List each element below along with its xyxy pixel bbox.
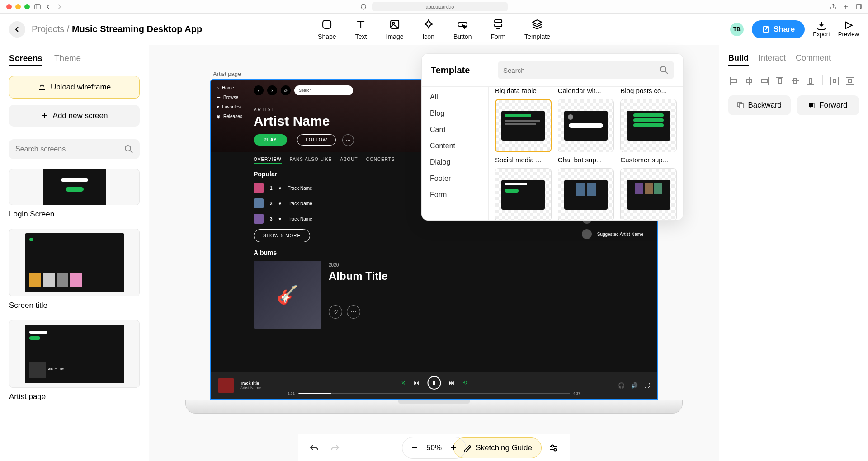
template-card[interactable]	[495, 168, 552, 220]
canvas-bottom-bar: − 50% + Sketching Guide	[298, 434, 570, 461]
breadcrumb-root: Projects	[32, 24, 64, 34]
shield-icon[interactable]	[360, 4, 367, 10]
template-dropdown-title: Template	[431, 65, 470, 75]
export-button[interactable]: Export	[813, 21, 830, 38]
maximize-window-icon[interactable]	[24, 4, 30, 9]
popular-heading: Popular	[254, 170, 277, 178]
upload-wireframe-button[interactable]: Upload wireframe	[9, 76, 140, 99]
breadcrumb-project: Music Streaming Desktop App	[72, 24, 202, 34]
tab-interact[interactable]: Interact	[759, 53, 786, 66]
svg-point-9	[392, 22, 394, 24]
backward-button[interactable]: Backward	[728, 95, 791, 115]
svg-rect-45	[809, 103, 813, 107]
screen-thumbnail-screen-title[interactable]: Screen title	[9, 229, 140, 310]
browser-chrome: app.uizard.io	[0, 0, 868, 14]
track-row: 2♥Track Name	[254, 198, 312, 208]
more-icon: ⋯	[347, 305, 360, 319]
back-button[interactable]	[9, 21, 25, 38]
new-tab-icon[interactable]	[843, 4, 849, 10]
alignment-controls	[728, 75, 859, 86]
url-bar[interactable]: app.uizard.io	[372, 2, 508, 11]
template-category[interactable]: Footer	[430, 174, 480, 183]
tab-screens[interactable]: Screens	[9, 53, 42, 66]
template-card[interactable]	[495, 99, 552, 152]
svg-rect-11	[495, 20, 502, 23]
redo-button[interactable]	[330, 443, 340, 452]
preview-button[interactable]: Preview	[838, 21, 859, 38]
svg-rect-31	[778, 78, 781, 84]
template-card[interactable]	[558, 99, 614, 152]
close-window-icon[interactable]	[6, 4, 12, 9]
template-category[interactable]: Card	[430, 126, 480, 134]
template-card[interactable]	[558, 168, 614, 220]
forward-icon[interactable]	[56, 4, 62, 10]
align-left-icon[interactable]	[728, 75, 739, 86]
align-center-v-icon[interactable]	[790, 75, 801, 86]
tool-button[interactable]: Button	[453, 19, 472, 40]
template-category[interactable]: Blog	[430, 109, 480, 118]
undo-button[interactable]	[309, 443, 319, 452]
svg-point-23	[554, 448, 557, 451]
search-icon	[660, 66, 669, 75]
back-icon[interactable]	[45, 4, 52, 10]
add-screen-button[interactable]: Add new screen	[9, 105, 140, 127]
template-category[interactable]: Content	[430, 142, 480, 150]
settings-icon[interactable]	[549, 443, 559, 452]
template-search[interactable]	[498, 61, 674, 79]
zoom-in-icon[interactable]: +	[451, 442, 457, 454]
align-center-h-icon[interactable]	[744, 75, 755, 86]
tab-comment[interactable]: Comment	[796, 53, 831, 66]
share-icon[interactable]	[830, 4, 836, 10]
distribute-h-icon[interactable]	[829, 75, 840, 86]
svg-rect-4	[857, 5, 861, 9]
screen-thumbnail-artist-page[interactable]: Album Title Artist page	[9, 320, 140, 401]
tool-shape[interactable]: Shape	[318, 19, 336, 40]
template-search-field[interactable]	[503, 66, 660, 74]
tool-icon[interactable]: Icon	[422, 19, 434, 40]
user-avatar[interactable]: TB	[730, 23, 744, 36]
tool-text[interactable]: Text	[355, 19, 367, 40]
tab-build[interactable]: Build	[728, 53, 749, 66]
mockup-follow-button: FOLLOW	[297, 134, 336, 146]
distribute-v-icon[interactable]	[844, 75, 855, 86]
right-panel: Build Interact Comment Backward Forward	[719, 45, 868, 461]
template-category[interactable]: Dialog	[430, 158, 480, 166]
search-screens-input[interactable]	[9, 139, 140, 159]
forward-button[interactable]: Forward	[797, 95, 859, 115]
align-right-icon[interactable]	[759, 75, 770, 86]
albums-heading: Albums	[254, 249, 277, 256]
mockup-side-nav: ⌂Home ☰Browse ♥Favorites ◉Releases	[217, 85, 248, 119]
album-actions: ♡ ⋯	[329, 305, 360, 319]
tool-template[interactable]: Template	[524, 19, 550, 40]
zoom-control[interactable]: − 50% +	[402, 437, 466, 459]
releases-icon: ◉	[217, 114, 221, 119]
template-category[interactable]: Form	[430, 191, 480, 199]
template-card[interactable]	[620, 99, 677, 152]
template-title: Customer sup...	[620, 156, 677, 164]
breadcrumb[interactable]: Projects / Music Streaming Desktop App	[32, 24, 202, 34]
zoom-out-icon[interactable]: −	[411, 442, 417, 454]
align-top-icon[interactable]	[774, 75, 785, 86]
track-row: 3♥Track Name	[254, 214, 312, 224]
search-screens-field[interactable]	[15, 145, 124, 153]
nav-back-icon: ‹	[254, 85, 264, 95]
screen-thumbnail-login[interactable]: Login Screen	[9, 169, 140, 219]
share-button[interactable]: Share	[752, 20, 805, 38]
artist-label: ARTIST	[254, 107, 275, 112]
svg-rect-0	[35, 4, 40, 9]
search-icon	[124, 145, 133, 154]
sketching-guide-button[interactable]: Sketching Guide	[453, 437, 542, 458]
browse-icon: ☰	[217, 95, 221, 100]
tabs-icon[interactable]	[855, 4, 862, 10]
align-bottom-icon[interactable]	[805, 75, 816, 86]
template-category[interactable]: All	[430, 93, 480, 101]
template-card[interactable]	[620, 168, 677, 220]
tab-theme[interactable]: Theme	[54, 53, 81, 66]
mockup-play-button: PLAY	[254, 134, 287, 146]
sidebar-toggle-icon[interactable]	[34, 4, 41, 10]
svg-rect-43	[739, 104, 743, 108]
tool-image[interactable]: Image	[386, 19, 404, 40]
svg-rect-5	[323, 20, 331, 28]
minimize-window-icon[interactable]	[15, 4, 21, 9]
tool-form[interactable]: Form	[491, 19, 505, 40]
